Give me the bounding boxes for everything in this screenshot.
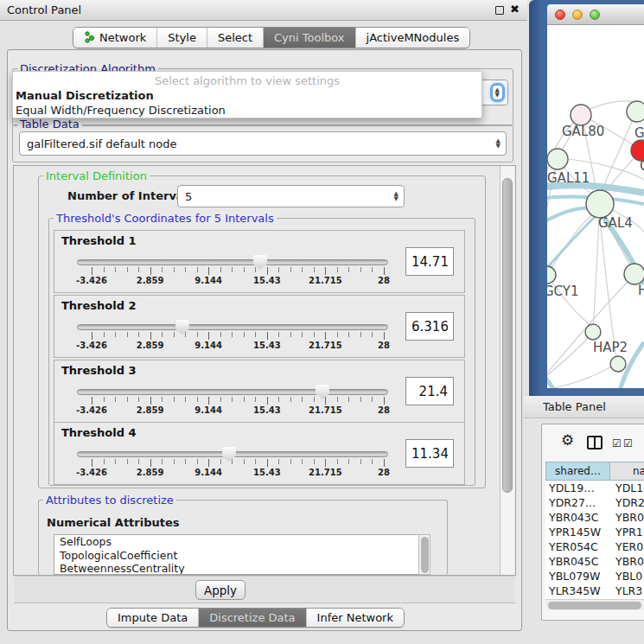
minimize-traffic-light[interactable]: [572, 10, 583, 20]
table-row[interactable]: YLR345WYLR3: [545, 583, 644, 598]
threshold-1-value-field[interactable]: [405, 247, 454, 276]
threshold-4-value-field[interactable]: [405, 439, 454, 468]
scrollbar-thumb[interactable]: [502, 178, 513, 493]
network-view-canvas[interactable]: GAL80 GA C GAL11 GAL4 GCY1 H HAP2: [547, 25, 644, 388]
tab-cyni-toolbox[interactable]: Cyni Toolbox: [264, 28, 356, 48]
apply-button[interactable]: Apply: [195, 580, 245, 600]
scale-label: 21.715: [297, 468, 353, 477]
major-tick: [384, 267, 385, 275]
node-hap2[interactable]: [585, 324, 601, 340]
vertical-scrollbar[interactable]: [500, 166, 514, 575]
combo-stepper-icon[interactable]: ▲▼: [394, 191, 399, 201]
cyni-bottom-tabs: Impute Data Discretize Data Infer Networ…: [106, 608, 405, 628]
float-window-icon[interactable]: [495, 6, 504, 15]
table-panel-title: Table Panel: [543, 400, 606, 413]
tab-select[interactable]: Select: [207, 28, 264, 48]
combo-stepper-icon[interactable]: ▲▼: [493, 86, 502, 99]
node-gal80[interactable]: [571, 105, 591, 125]
gear-icon[interactable]: ⚙: [561, 431, 574, 449]
checkbox-icon[interactable]: ☑: [612, 437, 622, 450]
tab-network[interactable]: Network: [73, 28, 157, 48]
tab-impute-data[interactable]: Impute Data: [107, 609, 199, 627]
table-data-combobox[interactable]: galFiltered.sif default node ▲▼: [19, 131, 507, 156]
attribute-list-item[interactable]: BetweennessCentrality: [54, 562, 430, 575]
cell-shared-name[interactable]: YPR145W: [545, 525, 610, 539]
scale-label: 15.43: [239, 468, 295, 477]
network-window-titlebar[interactable]: [547, 4, 644, 25]
numerical-attributes-list[interactable]: SelfLoopsTopologicalCoefficientBetweenne…: [54, 534, 430, 575]
combo-stepper-icon[interactable]: ▲▼: [496, 138, 501, 149]
label-hap2: HAP2: [593, 340, 628, 355]
table-row[interactable]: YBR043CYBR0: [545, 510, 644, 525]
table-row[interactable]: YBL079WYBL0: [545, 569, 644, 583]
major-tick: [208, 397, 209, 405]
scrollbar-thumb[interactable]: [548, 602, 641, 609]
network-nodes[interactable]: [547, 101, 644, 372]
horizontal-scrollbar[interactable]: [545, 599, 644, 610]
attribute-list-item[interactable]: TopologicalCoefficient: [54, 549, 430, 563]
cell-name[interactable]: YBR0: [610, 510, 644, 525]
table-row[interactable]: YDL19…YDL1: [545, 481, 644, 495]
label-ga: GA: [634, 125, 644, 141]
numerical-attributes-heading: Numerical Attributes: [47, 516, 180, 529]
scale-label: 15.43: [239, 341, 295, 350]
major-tick: [208, 459, 209, 467]
cell-name[interactable]: YLR3: [610, 583, 644, 598]
table-row[interactable]: YDR27…YDR2: [545, 495, 644, 510]
columns-icon[interactable]: [587, 436, 603, 450]
close-icon[interactable]: ✖: [510, 3, 520, 16]
zoom-traffic-light[interactable]: [590, 10, 600, 20]
cell-name[interactable]: YBR0: [610, 554, 644, 569]
column-header-shared-name[interactable]: shared…: [545, 462, 610, 481]
scrollbar-thumb[interactable]: [421, 537, 429, 573]
close-traffic-light[interactable]: [555, 10, 565, 20]
node-gal11[interactable]: [547, 149, 568, 169]
cell-shared-name[interactable]: YDR27…: [545, 495, 610, 510]
cell-name[interactable]: YER0: [610, 539, 644, 554]
table-row[interactable]: YBR045CYBR0: [545, 554, 644, 569]
node-gal4[interactable]: [586, 190, 614, 218]
cell-name[interactable]: YDL1: [610, 481, 644, 495]
attribute-list-item[interactable]: SelfLoops: [54, 535, 430, 549]
cell-shared-name[interactable]: YBR043C: [545, 510, 610, 525]
cell-name[interactable]: YPR1: [610, 525, 644, 539]
threshold-3-box: Threshold 3 -3.4262.8599.14415.4321.7152…: [54, 360, 465, 423]
tab-infer-network[interactable]: Infer Network: [307, 609, 404, 627]
menu-item-manual-discretization[interactable]: Manual Discretization: [16, 89, 475, 104]
column-header-name[interactable]: na: [610, 462, 644, 481]
major-tick: [150, 332, 151, 340]
menu-item-equal-width-frequency[interactable]: Equal Width/Frequency Discretization: [16, 104, 475, 118]
threshold-3-value-field[interactable]: [405, 377, 454, 405]
major-tick: [150, 397, 151, 405]
major-tick: [267, 332, 268, 340]
cell-shared-name[interactable]: YBL079W: [545, 569, 610, 583]
major-tick: [150, 267, 151, 275]
number-of-intervals-value: 5: [185, 190, 192, 203]
cell-shared-name[interactable]: YDL19…: [545, 481, 610, 495]
node-gcy1[interactable]: [547, 266, 556, 284]
threshold-2-value-field[interactable]: [405, 312, 454, 341]
tab-jactivemnodules[interactable]: jActiveMNodules: [356, 28, 470, 48]
major-tick: [150, 459, 151, 467]
number-of-intervals-combobox[interactable]: 5 ▲▼: [177, 185, 405, 207]
thresholds-group-label: Threshold's Coordinates for 5 Intervals: [54, 212, 277, 225]
cell-shared-name[interactable]: YLR345W: [545, 583, 610, 598]
major-tick: [92, 332, 92, 340]
table-row[interactable]: YPR145WYPR1: [545, 525, 644, 539]
tab-select-label: Select: [218, 31, 252, 44]
cell-name[interactable]: YDR2: [610, 495, 644, 510]
cell-name[interactable]: YBL0: [610, 569, 644, 583]
node-bottom-partial[interactable]: [610, 356, 626, 372]
table-row[interactable]: YER054CYER0: [545, 539, 644, 554]
attributes-group-label: Attributes to discretize: [43, 494, 176, 507]
scale-labels: -3.4262.8599.14415.4321.71528: [54, 296, 464, 357]
cell-shared-name[interactable]: YER054C: [545, 539, 610, 554]
node-top-right[interactable]: [627, 101, 644, 122]
tab-style[interactable]: Style: [157, 28, 207, 48]
tab-discretize-data[interactable]: Discretize Data: [199, 609, 306, 627]
cell-shared-name[interactable]: YBR045C: [545, 554, 610, 569]
checkbox-icon[interactable]: ☑: [623, 437, 633, 450]
node-h[interactable]: [624, 264, 644, 284]
attributes-list-scrollbar[interactable]: [418, 534, 430, 575]
scale-label: 28: [356, 468, 411, 477]
